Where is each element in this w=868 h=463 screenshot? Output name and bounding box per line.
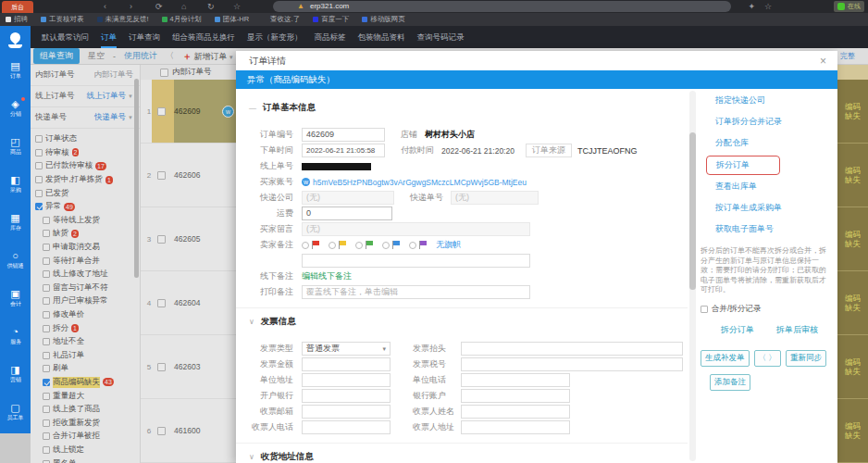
row-checkbox[interactable]: [157, 363, 166, 371]
checkbox[interactable]: [43, 284, 50, 292]
filter-checkbox-item[interactable]: 重量超大: [31, 389, 140, 403]
nav-tab[interactable]: 订单查询: [129, 26, 160, 48]
flag-radio[interactable]: [409, 242, 416, 249]
nav-tab[interactable]: 订单: [101, 26, 117, 48]
side-action-link[interactable]: 按订单生成采购单: [715, 202, 837, 214]
collapse-arrow-icon[interactable]: 〈: [166, 50, 174, 62]
side-action-link[interactable]: 订单拆分合并记录: [715, 116, 837, 128]
filter-checkbox-item[interactable]: 已付款待审核 17: [31, 159, 140, 173]
sidebar-item[interactable]: ▦ 库存: [6, 212, 25, 232]
invoice-title-input[interactable]: [461, 342, 683, 356]
row-checkbox[interactable]: [157, 427, 166, 435]
refresh-icon[interactable]: ⟳: [155, 0, 163, 13]
table-row[interactable]: 1 462609 w: [141, 80, 239, 144]
checkbox[interactable]: [35, 203, 43, 210]
split-option[interactable]: 合并/拆分记录: [701, 304, 837, 315]
nav-tab[interactable]: 组合装商品兑换行: [172, 26, 235, 48]
flag-option[interactable]: [355, 241, 382, 249]
order-source-box[interactable]: 订单来源: [526, 144, 572, 157]
filter-checkbox-item[interactable]: 线上换了商品: [31, 403, 140, 417]
reload-icon[interactable]: ↻: [207, 0, 215, 13]
unit-phone-input[interactable]: [461, 373, 570, 387]
invoice-type-select[interactable]: 普通发票▾: [302, 342, 391, 356]
filter-checkbox-item[interactable]: 异常 49: [31, 200, 140, 214]
checkbox[interactable]: [43, 393, 50, 400]
bookmark-item[interactable]: 工资核对表: [41, 15, 84, 24]
checkbox[interactable]: [43, 365, 50, 372]
invoice-email-input[interactable]: [302, 405, 391, 419]
side-action-link[interactable]: 指定快递公司: [715, 94, 837, 106]
flag-radio[interactable]: [382, 242, 390, 249]
flag-option[interactable]: [382, 241, 409, 249]
checkbox[interactable]: [43, 432, 50, 440]
filter-checkbox-item[interactable]: 等待线上发货: [31, 214, 140, 228]
nav-tab[interactable]: 显示（新变形）: [247, 26, 303, 48]
invoice-tax-input[interactable]: [461, 357, 683, 371]
row-checkbox[interactable]: [157, 171, 166, 180]
sidebar-item[interactable]: ◈ 分销: [6, 98, 25, 119]
checkbox[interactable]: [701, 306, 708, 313]
sidebar-item[interactable]: ○ 供销通: [6, 250, 25, 270]
checkbox[interactable]: [43, 379, 50, 386]
receiver-phone-input[interactable]: [302, 420, 391, 434]
bookmark-item[interactable]: 4月份计划: [162, 15, 202, 24]
checkbox[interactable]: [43, 325, 50, 332]
table-row[interactable]: 3 462605 w: [141, 207, 239, 271]
sidebar-item[interactable]: ◰ 商品: [6, 136, 25, 156]
checkbox[interactable]: [43, 311, 50, 319]
flag-radio[interactable]: [329, 242, 336, 249]
sidebar-item[interactable]: ▤ 订单: [6, 60, 25, 81]
nav-tab[interactable]: 默认最常访问: [42, 26, 89, 48]
filter-checkbox-item[interactable]: 刷单: [31, 362, 140, 376]
bookmark-item[interactable]: 百度一下: [313, 15, 349, 24]
toolbar-text1[interactable]: 星空: [88, 50, 105, 62]
filter-checkbox-item[interactable]: 申请取消交易: [31, 241, 140, 255]
forward-icon[interactable]: ›: [130, 0, 132, 13]
side-button[interactable]: 重新同步: [786, 350, 826, 367]
bank-account-input[interactable]: [461, 389, 570, 403]
bookmark-item[interactable]: 团体-HR: [215, 15, 249, 24]
bookmark-item[interactable]: 移动版网页: [362, 15, 405, 24]
browser-tab[interactable]: 后台: [2, 1, 33, 13]
filter-checkbox-item[interactable]: 用户已审核异常: [31, 294, 140, 308]
profile-icon[interactable]: ☆: [764, 0, 772, 13]
unit-address-input[interactable]: [302, 373, 391, 387]
filter-checkbox-item[interactable]: 拆分 1: [31, 321, 140, 335]
filter-checkbox-item[interactable]: 已发货: [31, 186, 140, 200]
filter-checkbox-item[interactable]: 线上修改了地址: [31, 268, 140, 282]
checkbox[interactable]: [35, 176, 43, 183]
row-checkbox[interactable]: [157, 299, 166, 307]
bookmark-item[interactable]: 未满意见反馈!: [97, 15, 149, 24]
filter-checkbox-item[interactable]: 地址不全: [31, 335, 140, 349]
query-tab[interactable]: 组单查询: [33, 48, 80, 64]
sidebar-item[interactable]: ◨ 营销: [6, 364, 25, 384]
checkbox[interactable]: [35, 135, 43, 143]
filter-checkbox-item[interactable]: 等待打单合并: [31, 254, 140, 268]
filter-checkbox-item[interactable]: 线上锁定: [31, 444, 140, 457]
side-button[interactable]: 生成补发单: [701, 350, 750, 367]
url-bar[interactable]: ▲ erp321.com: [273, 1, 731, 12]
filter-checkbox-item[interactable]: 合并订单被拒: [31, 430, 140, 444]
wangwang-icon[interactable]: w: [222, 106, 234, 118]
checkbox[interactable]: [43, 460, 50, 463]
star-icon[interactable]: ☆: [233, 0, 241, 13]
table-row[interactable]: 6 461600 w: [141, 399, 239, 463]
filter-checkbox-item[interactable]: 留言与订单不符: [31, 282, 140, 295]
checkbox[interactable]: [43, 217, 50, 224]
checkbox[interactable]: [43, 352, 50, 359]
row-checkbox[interactable]: [157, 107, 166, 116]
seller-note-input[interactable]: [302, 254, 530, 268]
flag-radio[interactable]: [355, 242, 363, 249]
filter-checkbox-item[interactable]: 商品编码缺失 43: [31, 376, 140, 390]
nav-tab[interactable]: 商品标签: [315, 26, 346, 48]
checkbox[interactable]: [43, 270, 50, 278]
flag-radio[interactable]: [302, 242, 309, 249]
filter-checkbox-item[interactable]: 订单状态: [31, 132, 140, 146]
order-no-input[interactable]: 462609: [302, 128, 385, 142]
select-all-checkbox[interactable]: [160, 69, 168, 77]
print-note-input[interactable]: 覆盖线下备注，单击编辑: [302, 285, 530, 299]
checkbox[interactable]: [43, 338, 50, 345]
filter-checkbox-item[interactable]: 发货中,打单拣货 1: [31, 173, 140, 187]
nav-tab[interactable]: 查询号码记录: [417, 26, 465, 48]
close-icon[interactable]: ×: [820, 56, 826, 67]
